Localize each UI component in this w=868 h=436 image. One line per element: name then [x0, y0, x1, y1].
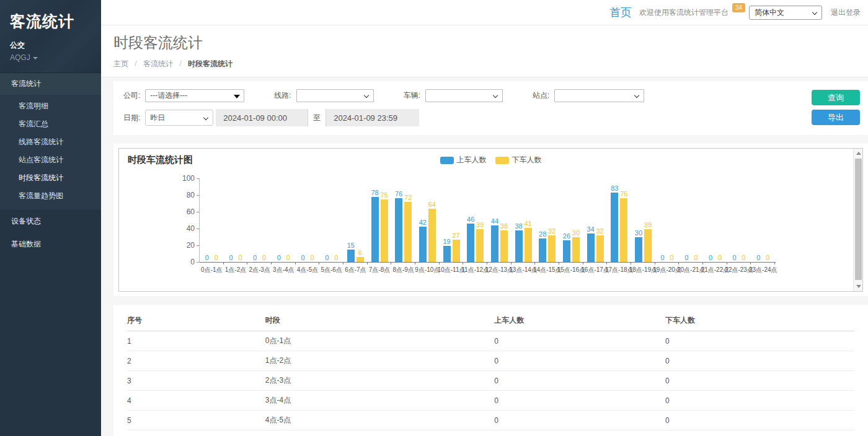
- bar-value-label: 72: [404, 193, 412, 202]
- y-axis-tick: 0: [190, 258, 200, 266]
- filter-group-3: 站点:: [533, 89, 644, 102]
- bar[interactable]: [587, 233, 595, 262]
- bar-group-14: 283214点-15点: [535, 168, 559, 262]
- bar[interactable]: [548, 235, 556, 262]
- filter-select-0[interactable]: ---请选择---: [145, 89, 244, 102]
- chevron-down-icon: [493, 93, 498, 98]
- filter-select-3[interactable]: [554, 89, 644, 102]
- bar-value-label: 0: [670, 253, 674, 262]
- date-preset-value: 昨日: [150, 113, 165, 123]
- bar-value-label: 0: [718, 253, 722, 262]
- bar[interactable]: [635, 237, 642, 263]
- sidebar-item-0[interactable]: 客流明细: [0, 97, 101, 115]
- bar[interactable]: [443, 246, 451, 262]
- legend-item-0[interactable]: 上车人数: [440, 155, 487, 165]
- bar-value-label: 0: [709, 253, 712, 262]
- logout-link[interactable]: 退出登录: [831, 7, 861, 18]
- breadcrumb-home[interactable]: 主页: [113, 59, 128, 68]
- legend-item-1[interactable]: 下车人数: [495, 155, 542, 165]
- bar[interactable]: [395, 198, 402, 262]
- bar-value-label: 30: [572, 229, 580, 237]
- date-preset-select[interactable]: 昨日: [145, 110, 213, 126]
- table-cell: 3: [127, 371, 265, 391]
- breadcrumb: 主页 / 客流统计 / 时段客流统计: [113, 59, 868, 69]
- chart-title: 时段车流统计图: [128, 154, 193, 166]
- table-cell: 0: [494, 371, 665, 391]
- bar-group-2: 002点-3点: [247, 168, 272, 262]
- bar[interactable]: [347, 250, 355, 262]
- bar[interactable]: [419, 227, 427, 262]
- bar[interactable]: [596, 235, 604, 262]
- scroll-down-arrow-icon[interactable]: [854, 282, 863, 291]
- notification-badge[interactable]: 34: [732, 3, 745, 12]
- bar[interactable]: [500, 230, 508, 262]
- sidebar-item-2[interactable]: 线路客流统计: [0, 133, 101, 151]
- breadcrumb-section[interactable]: 客流统计: [143, 59, 173, 68]
- table-cell: 6: [127, 430, 265, 436]
- bar[interactable]: [356, 257, 364, 262]
- date-from-input[interactable]: 2024-01-09 00:00: [216, 109, 308, 126]
- bar[interactable]: [371, 197, 379, 262]
- query-button[interactable]: 查询: [812, 90, 860, 105]
- caret-down-icon: [33, 57, 38, 59]
- bar-unit: 30: [634, 229, 643, 263]
- export-button[interactable]: 导出: [812, 110, 860, 125]
- bar-value-label: 0: [756, 253, 760, 262]
- language-select[interactable]: 简体中文: [749, 6, 822, 20]
- bar[interactable]: [428, 209, 436, 262]
- sidebar-section-0[interactable]: 设备状态: [0, 210, 101, 233]
- bar[interactable]: [525, 228, 532, 262]
- scrollbar-thumb[interactable]: [855, 159, 862, 280]
- bar-unit: 34: [586, 225, 595, 262]
- bar[interactable]: [563, 240, 570, 262]
- bar[interactable]: [404, 202, 412, 262]
- bar[interactable]: [539, 238, 546, 262]
- bar[interactable]: [611, 193, 618, 262]
- x-axis-label: 1点-2点: [225, 266, 246, 274]
- bar-unit: 0: [226, 253, 236, 262]
- sidebar-item-4[interactable]: 时段客流统计: [0, 169, 101, 187]
- filter-select-2[interactable]: [425, 89, 503, 102]
- table-cell: 0: [665, 391, 854, 411]
- bar-unit: 0: [260, 253, 269, 262]
- bar-unit: 0: [298, 253, 308, 262]
- bar-value-label: 46: [467, 215, 474, 224]
- bar[interactable]: [644, 229, 652, 262]
- y-tick-label: 20: [187, 241, 195, 250]
- org-code-dropdown[interactable]: AQGJ: [10, 53, 91, 62]
- table-cell: 0: [665, 331, 854, 351]
- bar[interactable]: [620, 198, 627, 262]
- bar-value-label: 0: [310, 253, 314, 262]
- scroll-up-arrow-icon[interactable]: [854, 149, 863, 158]
- bar[interactable]: [453, 240, 460, 262]
- sidebar-section-passenger-stats[interactable]: 客流统计: [0, 73, 101, 95]
- bar[interactable]: [572, 237, 580, 263]
- bar[interactable]: [467, 224, 474, 262]
- bar-unit: 0: [691, 253, 701, 262]
- bar-group-13: 384113点-14点: [512, 168, 536, 262]
- bar-unit: 30: [571, 229, 580, 263]
- sidebar-section-1[interactable]: 基础数据: [0, 233, 101, 256]
- bar-group-7: 78757点-8点: [368, 168, 392, 262]
- bar-unit: 41: [523, 219, 533, 262]
- sidebar-item-3[interactable]: 站点客流统计: [0, 151, 101, 169]
- bar-unit: 75: [379, 191, 389, 262]
- bar[interactable]: [381, 199, 388, 262]
- brand-area: 客流统计 公交 AQGJ: [0, 0, 101, 72]
- chart-vertical-scrollbar[interactable]: [853, 149, 862, 291]
- date-to-input[interactable]: 2024-01-09 23:59: [326, 109, 419, 126]
- bar-value-label: 34: [587, 225, 594, 233]
- sidebar: 客流统计 公交 AQGJ 客流统计 客流明细客流汇总线路客流统计站点客流统计时段…: [0, 0, 101, 436]
- chevron-down-icon: [363, 93, 368, 98]
- sidebar-item-5[interactable]: 客流量趋势图: [0, 187, 101, 205]
- breadcrumb-separator: /: [179, 59, 181, 68]
- filter-select-1[interactable]: [296, 89, 374, 102]
- bar-group-15: 263015点-16点: [559, 168, 583, 262]
- bar-value-label: 38: [515, 222, 522, 230]
- bar[interactable]: [515, 230, 523, 262]
- sidebar-item-1[interactable]: 客流汇总: [0, 115, 101, 133]
- bar[interactable]: [491, 225, 498, 262]
- home-link[interactable]: 首页: [609, 5, 632, 20]
- bar[interactable]: [476, 229, 484, 262]
- bar-unit: 0: [739, 253, 748, 262]
